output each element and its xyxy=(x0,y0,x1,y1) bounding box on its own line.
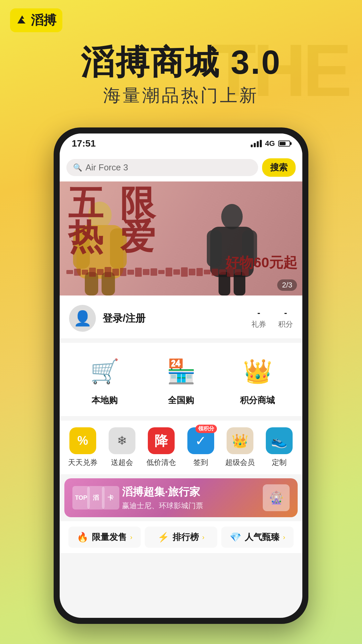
flash-item-popular[interactable]: 💎 人气甄臻 › xyxy=(221,527,294,548)
signal-bar-1 xyxy=(251,145,253,147)
mini-icon-vip[interactable]: 👑 超级会员 xyxy=(222,427,258,468)
svg-marker-0 xyxy=(17,15,25,23)
flash-label-limited: 限量发售 xyxy=(92,531,127,543)
banner-indicator: 2/3 xyxy=(277,279,297,291)
logo-badge[interactable]: 滔搏 xyxy=(10,8,62,32)
banner-section[interactable]: 五 热 限 爱 好物60元起 xyxy=(60,181,302,296)
mini-icon-clearance-box: 降 xyxy=(148,427,175,454)
category-local-label: 本地购 xyxy=(92,394,118,406)
status-time: 17:51 xyxy=(72,138,96,149)
mini-icon-clearance[interactable]: 降 低价清仓 xyxy=(143,427,180,468)
banner-price: 好物60元起 xyxy=(225,253,297,272)
flash-label-popular: 人气甄臻 xyxy=(245,531,280,543)
flash-arrow-1: › xyxy=(130,533,132,541)
mini-icon-signin-symbol: ✓ xyxy=(195,433,206,448)
mini-icon-signin-label: 签到 xyxy=(193,458,208,468)
coupon-action[interactable]: - 礼券 xyxy=(251,308,266,329)
coupon-count: - xyxy=(251,308,266,318)
mini-icon-superclub-box: ❄ xyxy=(109,427,135,454)
signal-bar-4 xyxy=(260,140,262,147)
top-bar: 滔搏 xyxy=(0,0,362,40)
flash-arrow-2: › xyxy=(202,533,204,541)
hero-title: 滔搏商城 3.0 xyxy=(0,44,362,80)
mini-icon-superclub-symbol: ❄ xyxy=(117,434,127,448)
flash-arrow-3: › xyxy=(283,533,285,541)
signal-bars xyxy=(251,140,262,147)
mini-icon-vip-label: 超级会员 xyxy=(225,458,255,468)
strip-right-image: 🎡 xyxy=(263,484,290,511)
signal-bar-2 xyxy=(254,143,256,147)
status-4g: 4G xyxy=(265,139,275,148)
category-national[interactable]: 🏪 全国购 xyxy=(147,353,215,406)
search-bar: 🔍 Air Force 3 搜索 xyxy=(60,154,302,181)
svg-rect-9 xyxy=(207,230,222,267)
strip-text: 滔搏超集·旅行家 赢迪士尼、环球影城门票 xyxy=(122,485,257,511)
svg-text:🎡: 🎡 xyxy=(269,490,284,505)
phone-wrapper: 17:51 4G 🔍 xyxy=(54,127,308,624)
mini-icon-custom-label: 定制 xyxy=(272,458,287,468)
points-action[interactable]: - 积分 xyxy=(278,308,293,329)
flash-item-rank[interactable]: ⚡ 排行榜 › xyxy=(145,527,217,548)
mini-icon-signin-box: ✓ 领积分 xyxy=(187,427,214,454)
category-national-icon: 🏪 xyxy=(163,353,199,390)
mini-icons-row: % 天天兑券 ❄ 送超会 降 低价清仓 xyxy=(60,421,302,474)
login-text[interactable]: 登录/注册 xyxy=(103,312,245,325)
strip-card-3: 卡 xyxy=(102,486,119,509)
mini-icon-coupon[interactable]: % 天天兑券 xyxy=(64,427,101,468)
mini-icon-custom-box: 👟 xyxy=(266,427,293,454)
search-icon: 🔍 xyxy=(73,163,82,172)
category-grid: 🛒 本地购 🏪 全国购 👑 积分商城 xyxy=(60,343,302,417)
category-points[interactable]: 👑 积分商城 xyxy=(224,353,291,406)
logo-icon xyxy=(16,14,28,26)
battery-fill xyxy=(280,142,286,145)
user-section: 👤 登录/注册 - 礼券 - 积分 xyxy=(60,296,302,339)
mini-icon-coupon-symbol: % xyxy=(77,434,88,448)
user-avatar[interactable]: 👤 xyxy=(69,305,96,332)
status-bar: 17:51 4G xyxy=(60,133,302,154)
banner-text-mid: 限 爱 xyxy=(120,186,155,254)
phone-screen: 17:51 4G 🔍 xyxy=(60,133,302,618)
flash-label-rank: 排行榜 xyxy=(173,531,199,543)
battery xyxy=(278,141,290,147)
points-count: - xyxy=(278,308,293,318)
svg-point-7 xyxy=(221,204,243,229)
banner-char-xian: 限 xyxy=(120,186,155,220)
category-local[interactable]: 🛒 本地购 xyxy=(71,353,138,406)
phone-frame: 17:51 4G 🔍 xyxy=(54,127,308,624)
strip-subtitle: 赢迪士尼、环球影城门票 xyxy=(122,501,257,511)
mini-icon-custom[interactable]: 👟 定制 xyxy=(261,427,298,468)
mini-icon-custom-symbol: 👟 xyxy=(271,433,288,449)
mini-icon-vip-symbol: 👑 xyxy=(232,433,248,449)
banner-char-wu: 五 xyxy=(68,186,103,220)
coupon-label: 礼券 xyxy=(251,319,266,329)
flash-icon-rank: ⚡ xyxy=(158,532,169,543)
flash-sale-bar: 🔥 限量发售 › ⚡ 排行榜 › 💎 人气甄臻 › xyxy=(60,521,302,553)
search-input-wrapper[interactable]: 🔍 Air Force 3 xyxy=(66,159,258,176)
category-national-label: 全国购 xyxy=(168,394,194,406)
mini-icon-superclub-label: 送超会 xyxy=(111,458,133,468)
logo-text: 滔搏 xyxy=(31,12,56,29)
hero-subtitle: 海量潮品热门上新 xyxy=(0,84,362,107)
avatar-icon: 👤 xyxy=(73,310,92,327)
strip-cards: TOP 滔 卡 xyxy=(72,486,117,509)
category-points-icon: 👑 xyxy=(239,353,276,390)
banner-strip[interactable]: TOP 滔 卡 滔搏超集·旅行家 赢迪士尼、环球影城门票 🎡 xyxy=(64,478,298,517)
mini-icon-clearance-label: 低价清仓 xyxy=(146,458,176,468)
signal-bar-3 xyxy=(257,141,259,147)
mini-icon-superclub[interactable]: ❄ 送超会 xyxy=(104,427,140,468)
strip-title: 滔搏超集·旅行家 xyxy=(122,485,257,499)
search-button[interactable]: 搜索 xyxy=(262,158,296,177)
search-placeholder: Air Force 3 xyxy=(85,162,128,173)
banner-char-ai: 爱 xyxy=(120,220,155,254)
flash-icon-popular: 💎 xyxy=(230,532,241,543)
banner-char-re: 热 xyxy=(68,220,103,254)
mini-icon-signin-badge: 领积分 xyxy=(195,425,217,433)
flash-item-limited[interactable]: 🔥 限量发售 › xyxy=(68,527,141,548)
mini-icon-signin[interactable]: ✓ 领积分 签到 xyxy=(182,427,219,468)
banner-text-left: 五 热 xyxy=(68,186,103,254)
hero-section: 滔搏商城 3.0 海量潮品热门上新 xyxy=(0,44,362,107)
mini-icon-coupon-label: 天天兑券 xyxy=(68,458,98,468)
banner-waveform xyxy=(66,267,249,277)
mini-icon-vip-box: 👑 xyxy=(227,427,253,454)
flash-icon-fire: 🔥 xyxy=(77,532,88,543)
